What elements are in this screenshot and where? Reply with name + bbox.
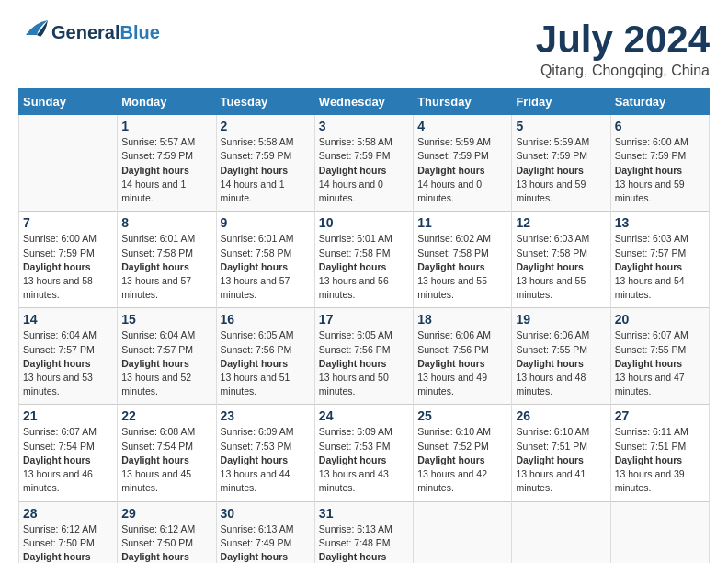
day-number: 30 xyxy=(221,506,311,521)
logo-general: General xyxy=(51,22,119,42)
day-number: 3 xyxy=(319,119,409,133)
day-number: 2 xyxy=(221,119,311,133)
day-number: 28 xyxy=(23,506,113,521)
day-number: 24 xyxy=(319,408,409,423)
col-saturday: Saturday xyxy=(610,89,709,115)
week-row-3: 14 Sunrise: 6:04 AM Sunset: 7:57 PM Dayl… xyxy=(19,308,710,405)
logo: GeneralBlue xyxy=(18,18,160,46)
day-cell: 24 Sunrise: 6:09 AM Sunset: 7:53 PM Dayl… xyxy=(314,405,413,501)
day-cell: 20 Sunrise: 6:07 AM Sunset: 7:55 PM Dayl… xyxy=(610,308,709,405)
day-info: Sunrise: 6:05 AM Sunset: 7:56 PM Dayligh… xyxy=(319,328,409,398)
day-cell: 16 Sunrise: 6:05 AM Sunset: 7:56 PM Dayl… xyxy=(216,308,314,405)
day-number: 1 xyxy=(121,119,211,133)
day-info: Sunrise: 6:00 AM Sunset: 7:59 PM Dayligh… xyxy=(23,232,113,302)
day-cell: 19 Sunrise: 6:06 AM Sunset: 7:55 PM Dayl… xyxy=(512,308,610,405)
week-row-1: 1 Sunrise: 5:57 AM Sunset: 7:59 PM Dayli… xyxy=(19,115,710,212)
day-number: 10 xyxy=(319,215,409,230)
day-info: Sunrise: 6:13 AM Sunset: 7:49 PM Dayligh… xyxy=(221,523,311,563)
week-row-2: 7 Sunrise: 6:00 AM Sunset: 7:59 PM Dayli… xyxy=(19,212,710,308)
day-info: Sunrise: 6:13 AM Sunset: 7:48 PM Dayligh… xyxy=(319,523,409,563)
day-cell: 15 Sunrise: 6:04 AM Sunset: 7:57 PM Dayl… xyxy=(118,308,216,405)
day-cell: 26 Sunrise: 6:10 AM Sunset: 7:51 PM Dayl… xyxy=(512,405,610,501)
day-info: Sunrise: 5:58 AM Sunset: 7:59 PM Dayligh… xyxy=(319,135,409,205)
day-info: Sunrise: 6:07 AM Sunset: 7:54 PM Dayligh… xyxy=(23,425,113,495)
day-cell: 5 Sunrise: 5:59 AM Sunset: 7:59 PM Dayli… xyxy=(512,115,610,212)
day-info: Sunrise: 6:08 AM Sunset: 7:54 PM Dayligh… xyxy=(121,425,211,495)
day-cell: 10 Sunrise: 6:01 AM Sunset: 7:58 PM Dayl… xyxy=(314,212,413,308)
day-cell xyxy=(610,501,709,563)
day-number: 11 xyxy=(417,215,507,230)
day-cell: 3 Sunrise: 5:58 AM Sunset: 7:59 PM Dayli… xyxy=(314,115,413,212)
title-block: July 2024 Qitang, Chongqing, China xyxy=(536,18,710,79)
day-number: 12 xyxy=(516,215,606,230)
header-row: Sunday Monday Tuesday Wednesday Thursday… xyxy=(19,89,710,115)
day-number: 9 xyxy=(221,215,311,230)
day-info: Sunrise: 6:12 AM Sunset: 7:50 PM Dayligh… xyxy=(121,523,211,563)
day-cell: 28 Sunrise: 6:12 AM Sunset: 7:50 PM Dayl… xyxy=(19,501,118,563)
day-number: 25 xyxy=(417,408,507,423)
day-cell: 2 Sunrise: 5:58 AM Sunset: 7:59 PM Dayli… xyxy=(216,115,314,212)
day-info: Sunrise: 6:06 AM Sunset: 7:55 PM Dayligh… xyxy=(516,328,606,398)
day-cell xyxy=(19,115,118,212)
day-info: Sunrise: 5:57 AM Sunset: 7:59 PM Dayligh… xyxy=(121,135,211,205)
day-cell: 30 Sunrise: 6:13 AM Sunset: 7:49 PM Dayl… xyxy=(216,501,314,563)
month-title: July 2024 xyxy=(536,18,710,61)
day-info: Sunrise: 6:09 AM Sunset: 7:53 PM Dayligh… xyxy=(221,425,311,495)
week-row-5: 28 Sunrise: 6:12 AM Sunset: 7:50 PM Dayl… xyxy=(19,501,710,563)
day-cell: 21 Sunrise: 6:07 AM Sunset: 7:54 PM Dayl… xyxy=(19,405,118,501)
col-sunday: Sunday xyxy=(19,89,118,115)
day-cell: 6 Sunrise: 6:00 AM Sunset: 7:59 PM Dayli… xyxy=(610,115,709,212)
day-info: Sunrise: 6:04 AM Sunset: 7:57 PM Dayligh… xyxy=(121,328,211,398)
day-cell: 7 Sunrise: 6:00 AM Sunset: 7:59 PM Dayli… xyxy=(19,212,118,308)
day-info: Sunrise: 5:58 AM Sunset: 7:59 PM Dayligh… xyxy=(221,135,311,205)
day-info: Sunrise: 6:07 AM Sunset: 7:55 PM Dayligh… xyxy=(615,328,705,398)
col-tuesday: Tuesday xyxy=(216,89,314,115)
day-number: 15 xyxy=(121,312,211,327)
day-info: Sunrise: 5:59 AM Sunset: 7:59 PM Dayligh… xyxy=(516,135,606,205)
col-wednesday: Wednesday xyxy=(314,89,413,115)
day-info: Sunrise: 6:03 AM Sunset: 7:58 PM Dayligh… xyxy=(516,232,606,302)
col-monday: Monday xyxy=(118,89,216,115)
logo-blue: Blue xyxy=(119,22,159,42)
day-cell: 17 Sunrise: 6:05 AM Sunset: 7:56 PM Dayl… xyxy=(314,308,413,405)
day-info: Sunrise: 6:12 AM Sunset: 7:50 PM Dayligh… xyxy=(23,523,113,563)
day-cell: 18 Sunrise: 6:06 AM Sunset: 7:56 PM Dayl… xyxy=(414,308,512,405)
page-header: GeneralBlue July 2024 Qitang, Chongqing,… xyxy=(18,18,710,79)
day-cell: 12 Sunrise: 6:03 AM Sunset: 7:58 PM Dayl… xyxy=(512,212,610,308)
day-cell: 23 Sunrise: 6:09 AM Sunset: 7:53 PM Dayl… xyxy=(216,405,314,501)
day-cell: 22 Sunrise: 6:08 AM Sunset: 7:54 PM Dayl… xyxy=(118,405,216,501)
logo-icon xyxy=(18,18,48,46)
day-number: 27 xyxy=(615,408,705,423)
day-info: Sunrise: 6:10 AM Sunset: 7:52 PM Dayligh… xyxy=(417,425,507,495)
day-info: Sunrise: 6:03 AM Sunset: 7:57 PM Dayligh… xyxy=(615,232,705,302)
col-friday: Friday xyxy=(512,89,610,115)
day-cell: 11 Sunrise: 6:02 AM Sunset: 7:58 PM Dayl… xyxy=(414,212,512,308)
day-info: Sunrise: 6:00 AM Sunset: 7:59 PM Dayligh… xyxy=(615,135,705,205)
day-number: 13 xyxy=(615,215,705,230)
day-cell: 31 Sunrise: 6:13 AM Sunset: 7:48 PM Dayl… xyxy=(314,501,413,563)
day-cell: 27 Sunrise: 6:11 AM Sunset: 7:51 PM Dayl… xyxy=(610,405,709,501)
day-number: 29 xyxy=(121,506,211,521)
day-cell: 1 Sunrise: 5:57 AM Sunset: 7:59 PM Dayli… xyxy=(118,115,216,212)
day-number: 18 xyxy=(417,312,507,327)
day-cell: 4 Sunrise: 5:59 AM Sunset: 7:59 PM Dayli… xyxy=(414,115,512,212)
day-number: 23 xyxy=(221,408,311,423)
day-info: Sunrise: 6:11 AM Sunset: 7:51 PM Dayligh… xyxy=(615,425,705,495)
day-number: 20 xyxy=(615,312,705,327)
col-thursday: Thursday xyxy=(414,89,512,115)
day-info: Sunrise: 6:01 AM Sunset: 7:58 PM Dayligh… xyxy=(319,232,409,302)
day-number: 31 xyxy=(319,506,409,521)
day-number: 22 xyxy=(121,408,211,423)
day-info: Sunrise: 6:05 AM Sunset: 7:56 PM Dayligh… xyxy=(221,328,311,398)
day-info: Sunrise: 6:02 AM Sunset: 7:58 PM Dayligh… xyxy=(417,232,507,302)
day-number: 6 xyxy=(615,119,705,133)
day-number: 17 xyxy=(319,312,409,327)
day-info: Sunrise: 6:01 AM Sunset: 7:58 PM Dayligh… xyxy=(221,232,311,302)
day-number: 7 xyxy=(23,215,113,230)
calendar-table: Sunday Monday Tuesday Wednesday Thursday… xyxy=(18,88,710,563)
location-subtitle: Qitang, Chongqing, China xyxy=(536,63,710,79)
day-info: Sunrise: 6:10 AM Sunset: 7:51 PM Dayligh… xyxy=(516,425,606,495)
day-number: 5 xyxy=(516,119,606,133)
day-number: 8 xyxy=(121,215,211,230)
day-number: 16 xyxy=(221,312,311,327)
